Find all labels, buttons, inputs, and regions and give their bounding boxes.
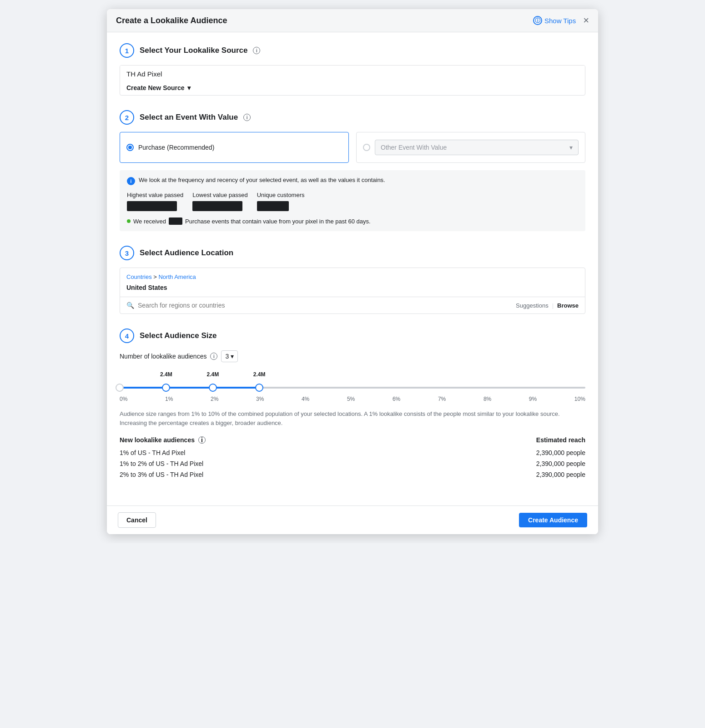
- step4-section: 4 Select Audience Size Number of lookali…: [120, 329, 585, 480]
- table-col1-label: New lookalike audiences: [120, 436, 195, 444]
- audiences-arrow: ▾: [231, 353, 234, 360]
- other-event-dropdown[interactable]: Other Event With Value ▾: [375, 140, 579, 155]
- step1-header: 1 Select Your Lookalike Source i: [120, 43, 585, 58]
- slider-container: 2.4M 2.4M 2.4M 0% 1% 2% 3%: [120, 371, 585, 402]
- row1-reach: 2,390,000 people: [536, 460, 585, 467]
- stat-unique-label: Unique customers: [257, 192, 305, 198]
- pct-2: 2%: [211, 396, 218, 402]
- table-row: 2% to 3% of US - TH Ad Pixel 2,390,000 p…: [120, 469, 585, 480]
- location-box: Countries > North America United States …: [120, 268, 585, 314]
- close-icon[interactable]: ×: [583, 15, 589, 25]
- pct-5: 5%: [347, 396, 355, 402]
- stat-unique-bar: [257, 201, 289, 211]
- suggestions-label[interactable]: Suggestions: [516, 302, 549, 309]
- pct-10: 10%: [574, 396, 585, 402]
- pct-7: 7%: [438, 396, 446, 402]
- step1-title: Select Your Lookalike Source: [140, 46, 247, 55]
- pct-8: 8%: [483, 396, 491, 402]
- browse-label[interactable]: Browse: [557, 302, 579, 309]
- received-row: We received Purchase events that contain…: [127, 217, 578, 225]
- received-text2: Purchase events that contain value from …: [185, 218, 371, 225]
- step1-info-icon[interactable]: i: [253, 47, 260, 54]
- show-tips-button[interactable]: ⓘ Show Tips: [533, 16, 576, 25]
- create-audience-button[interactable]: Create Audience: [519, 513, 587, 527]
- breadcrumb-countries-link[interactable]: Countries: [126, 273, 152, 280]
- modal-header-right: ⓘ Show Tips ×: [533, 15, 589, 25]
- pct-6: 6%: [393, 396, 400, 402]
- location-search-bar: 🔍 Suggestions | Browse: [120, 297, 585, 313]
- event-info-message: We look at the frequency and recency of …: [139, 177, 385, 183]
- location-search-actions: Suggestions | Browse: [516, 302, 579, 309]
- slider-thumb-0[interactable]: [116, 384, 124, 392]
- step4-header: 4 Select Audience Size: [120, 329, 585, 343]
- pct-3: 3%: [256, 396, 264, 402]
- row2-reach: 2,390,000 people: [536, 471, 585, 478]
- stat-unique: Unique customers: [257, 192, 305, 211]
- location-search-input[interactable]: [138, 302, 512, 309]
- modal-title: Create a Lookalike Audience: [116, 16, 227, 25]
- step4-title: Select Audience Size: [140, 331, 217, 340]
- step3-header: 3 Select Audience Location: [120, 246, 585, 260]
- step1-section: 1 Select Your Lookalike Source i Create …: [120, 43, 585, 96]
- audiences-select[interactable]: 3 ▾: [221, 350, 238, 362]
- received-text1: We received: [133, 218, 166, 225]
- stat-lowest-label: Lowest value passed: [192, 192, 247, 198]
- row0-audience: 1% of US - TH Ad Pixel: [120, 449, 185, 456]
- divider: |: [552, 302, 554, 309]
- step1-circle: 1: [120, 43, 134, 58]
- radio-purchase[interactable]: [126, 144, 134, 151]
- stat-highest-bar: [127, 201, 177, 211]
- pct-9: 9%: [529, 396, 537, 402]
- slider-label-3: 2.4M: [253, 371, 266, 378]
- event-info-text: i We look at the frequency and recency o…: [127, 177, 578, 185]
- create-new-source-button[interactable]: Create New Source ▾: [120, 82, 585, 95]
- modal-footer: Cancel Create Audience: [107, 506, 598, 534]
- num-audiences-info-icon[interactable]: i: [210, 353, 217, 360]
- source-input[interactable]: [120, 66, 585, 82]
- event-options: Purchase (Recommended) Other Event With …: [120, 132, 585, 163]
- table-col2-header: Estimated reach: [536, 436, 585, 444]
- other-event-arrow: ▾: [569, 144, 573, 151]
- green-dot-icon: [127, 219, 131, 223]
- step3-section: 3 Select Audience Location Countries > N…: [120, 246, 585, 314]
- audience-table: New lookalike audiences i Estimated reac…: [120, 436, 585, 480]
- stat-highest-label: Highest value passed: [127, 192, 183, 198]
- show-tips-icon: ⓘ: [533, 16, 542, 25]
- slider-thumb-2[interactable]: [209, 384, 217, 392]
- other-event-label: Other Event With Value: [381, 144, 447, 151]
- num-audiences-row: Number of lookalike audiences i 3 ▾: [120, 350, 585, 362]
- slider-thumb-3[interactable]: [255, 384, 263, 392]
- breadcrumb-north-america-link[interactable]: North America: [158, 273, 196, 280]
- row0-reach: 2,390,000 people: [536, 449, 585, 456]
- row1-audience: 1% to 2% of US - TH Ad Pixel: [120, 460, 203, 467]
- table-info-icon[interactable]: i: [198, 436, 206, 444]
- create-new-source-arrow: ▾: [187, 84, 191, 91]
- audience-table-header: New lookalike audiences i Estimated reac…: [120, 436, 585, 444]
- slider-percent-labels: 0% 1% 2% 3% 4% 5% 6% 7% 8% 9% 10%: [120, 396, 585, 402]
- slider-track: [120, 382, 585, 393]
- stats-row: Highest value passed Lowest value passed…: [127, 192, 578, 211]
- create-new-source-label: Create New Source: [126, 84, 185, 91]
- num-audiences-label: Number of lookalike audiences: [120, 353, 206, 360]
- event-info-box: i We look at the frequency and recency o…: [120, 170, 585, 231]
- step2-header: 2 Select an Event With Value i: [120, 110, 585, 125]
- cancel-button[interactable]: Cancel: [118, 512, 156, 528]
- event-option-purchase[interactable]: Purchase (Recommended): [120, 132, 349, 163]
- stat-lowest-bar: [192, 201, 242, 211]
- slider-top-labels: 2.4M 2.4M 2.4M: [120, 371, 585, 381]
- slider-thumb-1[interactable]: [162, 384, 170, 392]
- location-selected-value: United States: [120, 282, 585, 297]
- event-option-other[interactable]: Other Event With Value ▾: [356, 132, 585, 163]
- pct-4: 4%: [302, 396, 309, 402]
- stat-lowest: Lowest value passed: [192, 192, 247, 211]
- radio-other[interactable]: [363, 144, 370, 151]
- slider-label-1: 2.4M: [160, 371, 172, 378]
- step2-info-icon[interactable]: i: [243, 114, 251, 121]
- modal-body: 1 Select Your Lookalike Source i Create …: [107, 32, 598, 506]
- audience-description: Audience size ranges from 1% to 10% of t…: [120, 410, 585, 427]
- table-row: 1% of US - TH Ad Pixel 2,390,000 people: [120, 447, 585, 458]
- slider-label-2: 2.4M: [206, 371, 219, 378]
- slider-fill: [120, 387, 259, 389]
- breadcrumb-separator: >: [153, 273, 158, 280]
- pct-0: 0%: [120, 396, 127, 402]
